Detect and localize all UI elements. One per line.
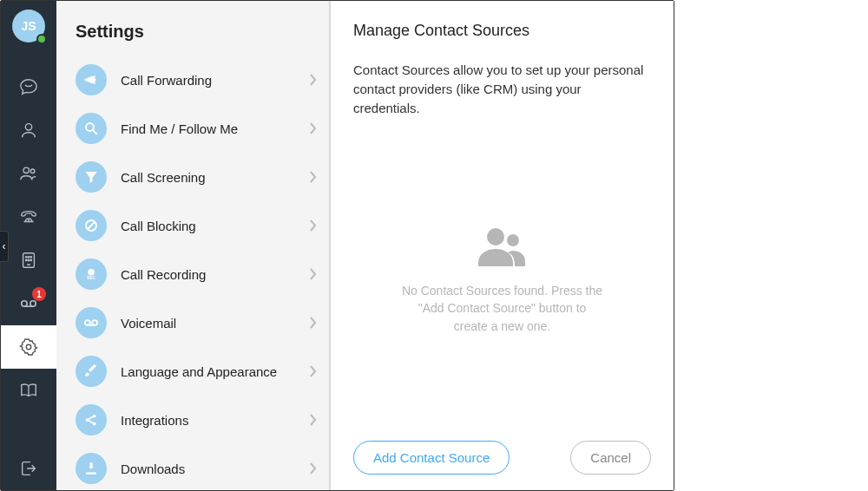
action-row: Add Contact Source Cancel xyxy=(353,427,651,475)
svg-point-16 xyxy=(86,123,94,131)
svg-point-7 xyxy=(30,257,31,258)
svg-line-29 xyxy=(89,421,93,423)
chevron-right-icon xyxy=(310,414,317,426)
chevron-right-icon xyxy=(310,74,317,86)
voicemail-badge: 1 xyxy=(32,287,46,301)
brush-icon xyxy=(76,356,107,387)
empty-text-line: create a new one. xyxy=(402,318,602,335)
rail-collapse-handle[interactable]: ‹ xyxy=(0,231,9,262)
svg-line-19 xyxy=(88,222,95,230)
svg-point-32 xyxy=(487,228,504,245)
chevron-right-icon xyxy=(310,365,317,377)
settings-panel: Settings Call Forwarding Find Me / Follo… xyxy=(56,1,331,490)
search-icon xyxy=(76,113,107,144)
phone-classic-icon xyxy=(19,207,38,226)
settings-item-blocking[interactable]: Call Blocking xyxy=(56,201,329,250)
detail-description: Contact Sources allow you to set up your… xyxy=(353,61,651,117)
settings-item-label: Call Recording xyxy=(121,267,310,282)
person-icon xyxy=(19,121,38,140)
svg-point-3 xyxy=(29,219,30,220)
detail-title: Manage Contact Sources xyxy=(353,22,651,40)
dialpad-phone-icon xyxy=(19,251,38,270)
svg-point-5 xyxy=(26,257,27,258)
svg-point-9 xyxy=(28,259,29,260)
svg-point-20 xyxy=(88,269,95,276)
avatar-initials: JS xyxy=(21,19,36,33)
settings-item-label: Language and Appearance xyxy=(121,364,310,379)
settings-item-label: Integrations xyxy=(121,413,310,428)
record-icon: REC xyxy=(76,259,107,290)
add-contact-source-button[interactable]: Add Contact Source xyxy=(353,441,510,475)
settings-item-recording[interactable]: REC Call Recording xyxy=(56,250,329,298)
rail-item-contacts[interactable] xyxy=(1,152,56,195)
chat-bubble-icon xyxy=(19,77,38,96)
download-icon xyxy=(76,453,107,484)
svg-point-33 xyxy=(507,234,519,246)
status-indicator xyxy=(36,34,47,44)
settings-item-language[interactable]: Language and Appearance xyxy=(56,347,329,396)
svg-point-10 xyxy=(30,259,31,260)
gear-icon xyxy=(19,337,38,357)
detail-panel: Manage Contact Sources Contact Sources a… xyxy=(331,1,674,490)
svg-point-0 xyxy=(25,124,31,130)
svg-text:REC: REC xyxy=(87,276,95,280)
settings-item-label: Call Screening xyxy=(121,170,310,185)
chevron-right-icon xyxy=(310,171,317,183)
cancel-button[interactable]: Cancel xyxy=(570,441,651,475)
rail-item-logout[interactable] xyxy=(1,447,56,490)
empty-text-line: "Add Contact Source" button to xyxy=(402,299,602,317)
settings-item-voicemail[interactable]: Voicemail xyxy=(56,298,329,347)
settings-item-label: Call Forwarding xyxy=(121,73,310,88)
rail-item-settings[interactable] xyxy=(1,325,56,369)
rail-item-dialer[interactable] xyxy=(1,239,56,282)
chevron-right-icon xyxy=(310,317,317,329)
settings-item-find-me[interactable]: Find Me / Follow Me xyxy=(56,104,329,153)
settings-item-label: Find Me / Follow Me xyxy=(121,121,310,136)
settings-item-call-forwarding[interactable]: Call Forwarding xyxy=(56,56,329,104)
settings-item-label: Voicemail xyxy=(121,316,310,331)
svg-point-11 xyxy=(22,301,27,306)
svg-point-1 xyxy=(23,167,29,173)
app-rail: JS 1 ‹ xyxy=(1,1,56,490)
rail-item-voicemail[interactable]: 1 xyxy=(1,282,56,325)
share-icon xyxy=(76,404,107,435)
svg-point-14 xyxy=(26,344,31,350)
block-icon xyxy=(76,210,107,241)
svg-line-28 xyxy=(89,416,93,419)
chevron-right-icon xyxy=(310,219,317,232)
voicemail-circle-icon xyxy=(76,307,107,338)
rail-item-chat[interactable] xyxy=(1,65,56,108)
svg-point-6 xyxy=(28,257,29,258)
chevron-right-icon xyxy=(310,462,317,475)
settings-item-screening[interactable]: Call Screening xyxy=(56,153,329,201)
chevron-right-icon xyxy=(310,122,317,134)
settings-item-downloads[interactable]: Downloads xyxy=(56,444,329,490)
empty-state: No Contact Sources found. Press the "Add… xyxy=(353,134,651,427)
svg-point-8 xyxy=(26,259,27,260)
avatar[interactable]: JS xyxy=(12,10,45,43)
settings-item-label: Call Blocking xyxy=(121,219,310,233)
people-icon xyxy=(477,226,529,266)
rail-item-contact[interactable] xyxy=(1,108,56,152)
empty-text-line: No Contact Sources found. Press the xyxy=(402,282,602,299)
svg-point-12 xyxy=(30,301,36,306)
people-icon xyxy=(19,164,38,183)
svg-line-17 xyxy=(93,130,97,134)
settings-item-label: Downloads xyxy=(121,462,310,476)
settings-title: Settings xyxy=(56,1,329,56)
forward-icon xyxy=(76,64,107,95)
svg-point-2 xyxy=(30,169,35,173)
logout-icon xyxy=(19,459,38,478)
rail-item-phone[interactable] xyxy=(1,195,56,239)
filter-icon xyxy=(76,161,107,193)
book-icon xyxy=(19,381,38,400)
chevron-right-icon xyxy=(310,268,317,280)
settings-item-integrations[interactable]: Integrations xyxy=(56,396,329,444)
rail-item-guide[interactable] xyxy=(1,369,56,412)
